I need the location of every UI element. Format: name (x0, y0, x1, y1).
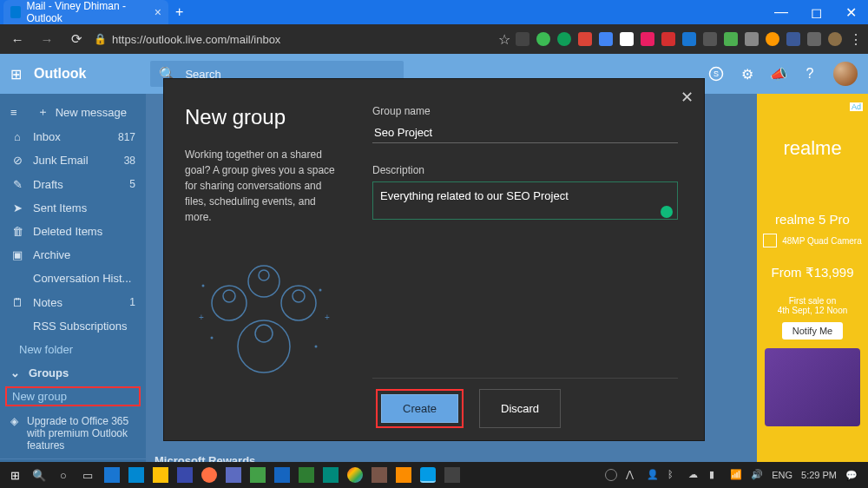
sidebar-item-inbox[interactable]: ⌂Inbox817 (0, 125, 146, 148)
sidebar-item-sent[interactable]: ➤Sent Items (0, 196, 146, 220)
ad-cta-button[interactable]: Notify Me (782, 322, 843, 340)
taskbar-app[interactable] (125, 464, 148, 486)
task-view-icon[interactable]: ▭ (76, 464, 99, 486)
taskbar-app[interactable] (441, 464, 464, 486)
create-button-highlight: Create (376, 389, 464, 428)
extension-icon[interactable] (599, 32, 613, 46)
extension-icon[interactable] (724, 32, 738, 46)
extension-icon[interactable] (557, 32, 571, 46)
svg-point-5 (223, 290, 235, 302)
notifications-icon[interactable]: 💬 (845, 470, 858, 481)
user-avatar[interactable] (833, 62, 858, 86)
taskbar-app[interactable] (198, 464, 220, 486)
ad-brand: realme (783, 137, 841, 160)
extension-icon[interactable] (745, 32, 759, 46)
create-button[interactable]: Create (381, 394, 458, 423)
sidebar: ≡ ＋ New message ⌂Inbox817 ⊘Junk Email38 … (0, 94, 146, 488)
battery-icon[interactable]: ▮ (709, 469, 721, 481)
taskbar-app[interactable] (319, 464, 342, 486)
svg-point-4 (212, 286, 247, 320)
tray-user-icon[interactable] (605, 469, 617, 481)
new-group-dialog: New group Working together on a shared g… (163, 78, 705, 441)
taskbar-app[interactable] (271, 464, 293, 486)
taskbar-app[interactable] (149, 464, 172, 486)
extension-icon[interactable] (578, 32, 592, 46)
sidebar-item-drafts[interactable]: ✎Drafts5 (0, 172, 146, 195)
svg-point-10 (202, 285, 205, 287)
grammarly-icon[interactable] (661, 206, 673, 218)
taskbar-app[interactable] (101, 464, 123, 486)
new-group-link[interactable]: New group (5, 386, 141, 406)
diamond-icon: ◈ (10, 415, 18, 452)
extension-icon[interactable] (620, 32, 634, 46)
upgrade-promo[interactable]: ◈Upgrade to Office 365 with premium Outl… (0, 408, 146, 458)
sidebar-item-rss[interactable]: RSS Subscriptions (0, 314, 146, 338)
extension-icon[interactable] (766, 32, 779, 46)
cortana-icon[interactable]: ○ (52, 464, 75, 486)
help-icon[interactable]: ? (802, 66, 818, 82)
groups-header[interactable]: ⌄Groups (0, 361, 146, 385)
search-taskbar-icon[interactable]: 🔍 (28, 464, 50, 486)
new-folder-link[interactable]: New folder (0, 338, 146, 361)
language-indicator[interactable]: ENG (772, 470, 792, 480)
extension-icon[interactable] (682, 32, 696, 46)
extension-icon[interactable] (807, 32, 821, 46)
close-tab-icon[interactable]: × (155, 5, 161, 19)
onedrive-icon[interactable]: ☁ (688, 469, 700, 481)
group-name-input[interactable] (372, 122, 678, 143)
taskbar-app[interactable] (368, 464, 391, 486)
extension-icon[interactable] (786, 32, 800, 46)
hamburger-icon[interactable]: ≡ (10, 106, 17, 119)
taskbar-app[interactable] (295, 464, 318, 486)
sidebar-item-junk[interactable]: ⊘Junk Email38 (0, 148, 146, 172)
extension-icon[interactable] (641, 32, 654, 46)
wifi-icon[interactable]: 📶 (730, 469, 742, 481)
extension-icon[interactable] (703, 32, 717, 46)
window-minimize-button[interactable]: — (764, 0, 799, 24)
megaphone-icon[interactable]: 📣 (771, 66, 786, 82)
group-name-label: Group name (372, 105, 678, 117)
extension-icon[interactable] (516, 32, 529, 46)
address-bar[interactable]: https://outlook.live.com/mail/inbox (112, 33, 493, 46)
window-close-button[interactable]: ✕ (833, 0, 868, 24)
svg-point-13 (315, 346, 318, 348)
taskbar-app[interactable] (174, 464, 196, 486)
extension-icon[interactable] (661, 32, 675, 46)
taskbar-app[interactable] (222, 464, 245, 486)
ad-panel[interactable]: Ad realme realme 5 Pro 48MP Quad Camera … (757, 94, 868, 488)
browser-tab[interactable]: Mail - Viney Dhiman - Outlook × (3, 0, 168, 24)
bluetooth-icon[interactable]: ᛒ (667, 469, 680, 481)
people-tray-icon[interactable]: 👤 (647, 469, 659, 481)
inbox-icon: ⌂ (10, 130, 24, 143)
forward-button[interactable]: → (35, 27, 59, 51)
extension-icons: ⋮ (516, 31, 863, 48)
sidebar-item-notes[interactable]: 🗒Notes1 (0, 291, 146, 314)
taskbar-app[interactable] (417, 464, 439, 486)
start-button[interactable]: ⊞ (3, 464, 26, 486)
taskbar-app[interactable] (344, 464, 366, 486)
sidebar-item-deleted[interactable]: 🗑Deleted Items (0, 220, 146, 243)
reload-button[interactable]: ⟳ (64, 27, 89, 51)
skype-icon[interactable]: S (708, 66, 724, 82)
sidebar-item-archive[interactable]: ▣Archive (0, 243, 146, 267)
back-button[interactable]: ← (5, 27, 30, 51)
window-maximize-button[interactable]: ◻ (799, 0, 833, 24)
discard-button[interactable]: Discard (479, 389, 561, 428)
extension-icon[interactable] (536, 32, 550, 46)
new-tab-button[interactable]: + (175, 4, 183, 20)
sidebar-item-convhist[interactable]: Conversation Hist... (0, 267, 146, 290)
app-launcher-icon[interactable]: ⊞ (10, 66, 22, 82)
profile-avatar-icon[interactable] (828, 32, 842, 46)
tray-icon[interactable]: ⋀ (626, 469, 638, 481)
taskbar-app[interactable] (392, 464, 415, 486)
settings-icon[interactable]: ⚙ (740, 66, 755, 82)
clock[interactable]: 5:29 PM (801, 470, 837, 480)
star-icon[interactable]: ☆ (498, 31, 510, 48)
description-input[interactable] (372, 181, 678, 220)
volume-icon[interactable]: 🔊 (751, 469, 763, 481)
lock-icon: 🔒 (94, 33, 107, 45)
close-dialog-button[interactable]: ✕ (681, 88, 694, 107)
taskbar-app[interactable] (247, 464, 269, 486)
new-message-button[interactable]: ＋ New message (29, 99, 135, 125)
menu-icon[interactable]: ⋮ (849, 31, 863, 48)
